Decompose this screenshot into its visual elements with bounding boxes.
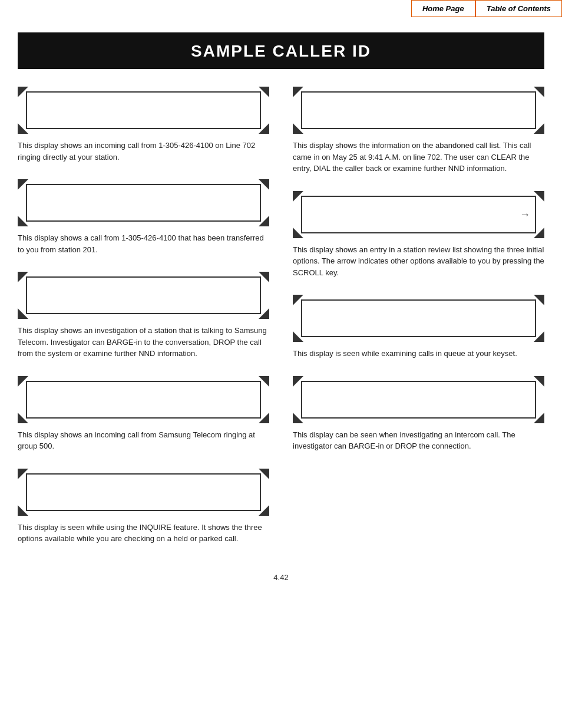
display-screen-r3	[293, 295, 544, 342]
display-screen-r2: →	[293, 191, 544, 238]
display-desc-3: This display shows an investigation of a…	[18, 325, 269, 360]
display-desc-r2: This display shows an entry in a station…	[293, 244, 544, 279]
display-screen-5	[18, 469, 269, 516]
page-number: 4.42	[0, 573, 562, 582]
display-block-5: This display is seen while using the INQ…	[18, 469, 269, 545]
right-column: This display shows the information on th…	[293, 87, 544, 561]
display-desc-r1: This display shows the information on th…	[293, 140, 544, 174]
top-navigation: Home Page Table of Contents	[411, 0, 562, 17]
screen-inner	[26, 184, 261, 222]
screen-inner	[301, 381, 536, 419]
home-page-button[interactable]: Home Page	[412, 1, 475, 17]
main-content: This display shows an incoming call from…	[18, 87, 544, 561]
display-desc-1: This display shows an incoming call from…	[18, 140, 269, 163]
page-title: SAMPLE CALLER ID	[18, 42, 544, 61]
page-title-banner: SAMPLE CALLER ID	[18, 32, 544, 69]
display-block-2: This display shows a call from 1-305-426…	[18, 179, 269, 255]
display-block-r3: This display is seen while examining cal…	[293, 295, 544, 360]
display-screen-4	[18, 376, 269, 423]
screen-inner	[26, 276, 261, 314]
table-of-contents-button[interactable]: Table of Contents	[476, 1, 561, 17]
display-desc-2: This display shows a call from 1-305-426…	[18, 232, 269, 255]
display-screen-1	[18, 87, 269, 134]
screen-inner	[26, 473, 261, 511]
screen-inner	[301, 91, 536, 129]
display-desc-5: This display is seen while using the INQ…	[18, 522, 269, 545]
display-screen-2	[18, 179, 269, 226]
display-block-r1: This display shows the information on th…	[293, 87, 544, 174]
screen-inner	[301, 299, 536, 337]
display-block-r4: This display can be seen when investigat…	[293, 376, 544, 452]
screen-inner	[26, 91, 261, 129]
display-block-r2: → This display shows an entry in a stati…	[293, 191, 544, 279]
display-screen-3	[18, 272, 269, 319]
display-screen-r4	[293, 376, 544, 423]
display-desc-r4: This display can be seen when investigat…	[293, 429, 544, 452]
display-desc-4: This display shows an incoming call from…	[18, 429, 269, 452]
display-desc-r3: This display is seen while examining cal…	[293, 348, 544, 360]
display-block-3: This display shows an investigation of a…	[18, 272, 269, 360]
display-block-1: This display shows an incoming call from…	[18, 87, 269, 163]
display-block-4: This display shows an incoming call from…	[18, 376, 269, 452]
screen-inner: →	[301, 196, 536, 233]
display-screen-r1	[293, 87, 544, 134]
scroll-arrow-icon: →	[520, 208, 530, 220]
screen-inner	[26, 381, 261, 419]
left-column: This display shows an incoming call from…	[18, 87, 269, 561]
